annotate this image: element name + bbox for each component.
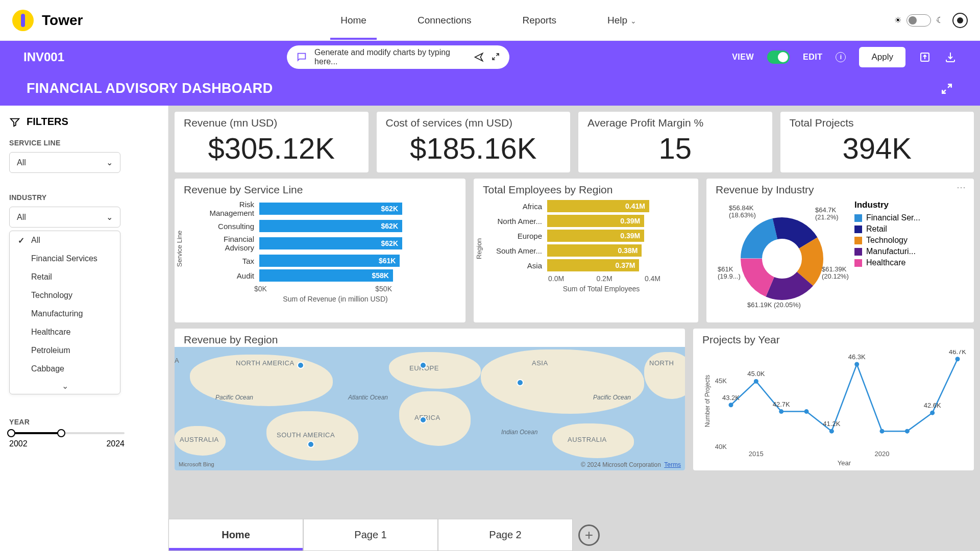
x-axis-ticks: 0.0M 0.2M 0.4M xyxy=(548,274,660,283)
legend-label: Manufacturi... xyxy=(866,247,916,256)
mid-row: Revenue by Service Line Risk Management$… xyxy=(175,179,974,322)
service-line-select[interactable]: All ⌄ xyxy=(9,152,120,173)
ai-prompt-input[interactable]: Generate and modify charts by typing her… xyxy=(287,45,509,69)
brand-name: Tower xyxy=(42,12,83,29)
nav-connections[interactable]: Connections xyxy=(412,2,477,39)
xtick: $50K xyxy=(375,285,392,293)
dd-option-manufacturing[interactable]: Manufacturing xyxy=(10,305,120,323)
svg-point-29 xyxy=(930,411,935,415)
svg-point-25 xyxy=(854,362,859,367)
bar-label: Risk Management xyxy=(194,200,254,217)
dd-option-retail[interactable]: Retail xyxy=(10,268,120,286)
donut-label: $64.7K xyxy=(815,206,837,214)
dd-option-technology[interactable]: Technology xyxy=(10,286,120,305)
svg-text:40K: 40K xyxy=(715,443,727,450)
industry-value: All xyxy=(17,213,26,222)
industry-label: INDUSTRY xyxy=(9,193,159,202)
legend-item[interactable]: Manufacturi... xyxy=(854,247,965,256)
chart-title: Total Employees by Region xyxy=(483,184,689,196)
send-icon[interactable] xyxy=(474,52,484,62)
chat-icon xyxy=(296,52,307,63)
bar[interactable]: $62K xyxy=(259,203,402,215)
bar-label: Financial Advisory xyxy=(194,235,254,252)
tab-add[interactable]: + xyxy=(573,519,605,551)
svg-text:42.6K: 42.6K xyxy=(924,402,941,409)
dd-option-cabbage[interactable]: Cabbage xyxy=(10,360,120,378)
view-edit-toggle[interactable] xyxy=(767,51,790,64)
chart-employees-by-region: Total Employees by Region Africa0.41MNor… xyxy=(474,179,698,322)
main: FILTERS SERVICE LINE All ⌄ INDUSTRY All … xyxy=(0,106,980,551)
download-icon[interactable] xyxy=(944,51,957,63)
svg-text:42.7K: 42.7K xyxy=(773,400,790,408)
legend-item[interactable]: Retail xyxy=(854,224,965,234)
ai-placeholder: Generate and modify charts by typing her… xyxy=(314,48,467,66)
logo-icon xyxy=(12,10,34,31)
nav-help[interactable]: Help⌄ xyxy=(602,2,642,39)
content: Revenue (mn USD) $305.12K Cost of servic… xyxy=(168,106,980,551)
map-terms-link[interactable]: Terms xyxy=(664,461,681,468)
year-min: 2002 xyxy=(9,439,28,448)
bar[interactable]: $62K xyxy=(259,220,402,232)
toggle-pill[interactable] xyxy=(906,14,931,27)
year-max: 2024 xyxy=(106,439,125,448)
svg-point-18 xyxy=(754,379,758,384)
kpi-value: 15 xyxy=(587,131,763,165)
dd-option-financial-services[interactable]: Financial Services xyxy=(10,249,120,268)
kpi-value: $185.16K xyxy=(386,131,561,165)
top-navigation: Tower Home Connections Reports Help⌄ ☀ ☾ xyxy=(0,0,980,41)
tab-page-2[interactable]: Page 2 xyxy=(438,519,573,551)
year-slider[interactable]: 2002 2024 xyxy=(9,432,125,448)
tab-home[interactable]: Home xyxy=(168,519,303,551)
tab-page-1[interactable]: Page 1 xyxy=(303,519,438,551)
dd-option-all[interactable]: All xyxy=(10,231,120,249)
bar[interactable]: 0.38M xyxy=(547,244,642,257)
bar[interactable]: 0.39M xyxy=(547,230,644,242)
sidebar-filters: FILTERS SERVICE LINE All ⌄ INDUSTRY All … xyxy=(0,106,168,551)
context-actions: VIEW EDIT i Apply xyxy=(732,47,957,67)
plus-icon: + xyxy=(578,524,600,546)
more-icon[interactable]: ⋯ xyxy=(957,182,967,193)
svg-text:46.7K: 46.7K xyxy=(949,350,966,356)
industry-select[interactable]: All ⌄ xyxy=(9,207,120,228)
bar[interactable]: 0.39M xyxy=(547,215,644,227)
bar[interactable]: $62K xyxy=(259,237,402,249)
dd-more[interactable]: ⌄ xyxy=(10,378,120,394)
legend-header: Industry xyxy=(854,200,965,210)
info-icon[interactable]: i xyxy=(836,52,846,62)
legend-item[interactable]: Financial Ser... xyxy=(854,213,965,222)
slider-handle-max[interactable] xyxy=(57,429,65,437)
dd-option-petroleium[interactable]: Petroleium xyxy=(10,341,120,360)
service-line-value: All xyxy=(17,158,26,167)
chart-title: Revenue by Service Line xyxy=(184,184,456,196)
slider-handle-min[interactable] xyxy=(7,429,15,437)
svg-text:$56.84K: $56.84K xyxy=(729,204,754,212)
x-axis-ticks: $0K $50K xyxy=(249,285,392,293)
map-attribution: Microsoft Bing xyxy=(179,461,214,468)
kpi-cost: Cost of services (mn USD) $185.16K xyxy=(377,112,571,172)
legend-item[interactable]: Technology xyxy=(854,236,965,245)
bar-label: Africa xyxy=(493,202,542,211)
industry-dropdown: All Financial Services Retail Technology… xyxy=(9,231,120,394)
bar-label: Europe xyxy=(493,232,542,240)
nav-reports[interactable]: Reports xyxy=(518,2,562,39)
import-icon[interactable] xyxy=(919,51,931,63)
bar[interactable]: $61K xyxy=(259,255,400,267)
chart-revenue-by-region-map[interactable]: Revenue by Region NORTH AMERICA EUROPE A… xyxy=(175,329,685,470)
legend-item[interactable]: Healthcare xyxy=(854,258,965,267)
apply-button[interactable]: Apply xyxy=(859,47,905,67)
theme-toggle[interactable]: ☀ ☾ xyxy=(894,14,943,27)
view-label: VIEW xyxy=(732,53,754,62)
bar[interactable]: $58K xyxy=(259,269,393,282)
fullscreen-icon[interactable] xyxy=(940,82,953,95)
nav-links: Home Connections Reports Help⌄ xyxy=(83,2,894,39)
context-bar: INV001 Generate and modify charts by typ… xyxy=(0,41,980,73)
svg-text:(18.63%): (18.63%) xyxy=(729,211,756,219)
bar[interactable]: 0.37M xyxy=(547,259,639,271)
bar[interactable]: 0.41M xyxy=(547,200,649,212)
svg-text:45K: 45K xyxy=(715,377,727,385)
nav-home[interactable]: Home xyxy=(335,2,372,39)
dd-option-healthcare[interactable]: Healthcare xyxy=(10,323,120,341)
user-avatar-icon[interactable] xyxy=(952,13,968,28)
svg-text:$61.19K (20.05%): $61.19K (20.05%) xyxy=(747,301,801,309)
expand-icon[interactable] xyxy=(491,52,500,61)
